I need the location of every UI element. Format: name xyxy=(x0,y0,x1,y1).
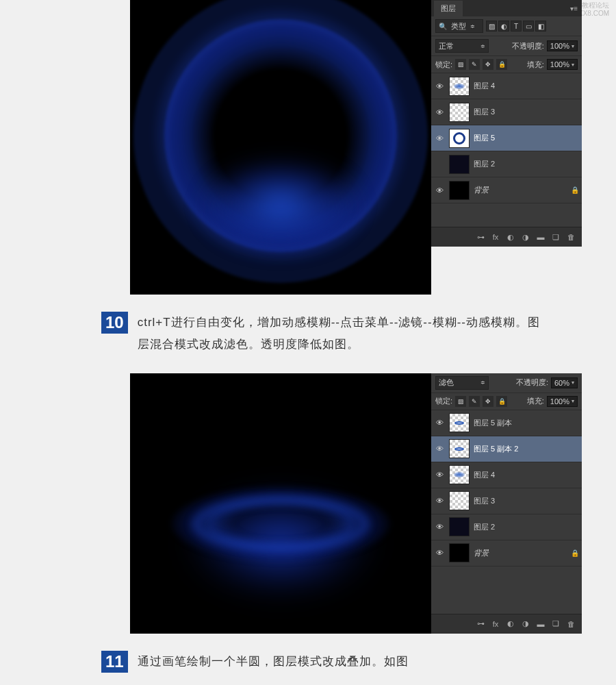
visibility-icon[interactable]: 👁 xyxy=(434,523,445,531)
layer-row[interactable]: 👁 图层 5 xyxy=(431,125,582,151)
lock-position-icon[interactable]: ✥ xyxy=(483,59,493,70)
layer-name[interactable]: 背景 xyxy=(474,185,567,195)
visibility-icon[interactable]: 👁 xyxy=(434,82,445,90)
layers-list-2: 👁 图层 5 副本 👁 图层 5 副本 2 👁 图层 4 xyxy=(431,410,582,566)
fill-input[interactable]: 100%▾ xyxy=(547,396,578,407)
filter-pixel-icon[interactable]: ▨ xyxy=(486,21,497,32)
layers-tab[interactable]: 图层 xyxy=(434,1,463,16)
filter-type-icon[interactable]: T xyxy=(511,21,522,32)
layer-name[interactable]: 图层 5 副本 xyxy=(474,418,579,428)
layer-thumb[interactable] xyxy=(449,77,470,96)
new-layer-icon[interactable]: ❏ xyxy=(550,619,561,630)
visibility-icon[interactable]: 👁 xyxy=(434,549,445,557)
layer-thumb[interactable] xyxy=(449,129,470,148)
panel-footer: ⊶ fx ◐ ◑ ▬ ❏ 🗑 xyxy=(431,614,582,634)
lock-icon: 🔒 xyxy=(571,549,579,557)
canvas-preview-2 xyxy=(130,373,431,634)
visibility-icon[interactable]: 👁 xyxy=(434,419,445,427)
opacity-label: 不透明度: xyxy=(512,41,544,51)
trash-icon[interactable]: 🗑 xyxy=(565,619,576,630)
layer-name[interactable]: 图层 3 xyxy=(474,496,579,506)
fill-label: 填充: xyxy=(527,396,544,406)
visibility-icon[interactable]: 👁 xyxy=(434,445,445,453)
lock-icon: 🔒 xyxy=(571,186,579,194)
layers-panel-2: 滤色 ≑ 不透明度: 60%▾ 锁定: ▨ ✎ ✥ 🔒 填充: 100%▾ xyxy=(431,373,582,634)
layer-name[interactable]: 图层 2 xyxy=(474,159,579,169)
lock-label: 锁定: xyxy=(435,60,452,70)
lock-paint-icon[interactable]: ✎ xyxy=(469,59,480,70)
panel-footer: ⊶ fx ◐ ◑ ▬ ❏ 🗑 xyxy=(431,227,582,247)
layer-row[interactable]: 👁 背景 🔒 xyxy=(431,177,582,203)
lock-all-icon[interactable]: 🔒 xyxy=(496,396,507,407)
link-icon[interactable]: ⊶ xyxy=(475,232,486,242)
lock-transparency-icon[interactable]: ▨ xyxy=(455,396,466,407)
layer-row[interactable]: 👁 背景 🔒 xyxy=(431,540,582,566)
step-number-11: 11 xyxy=(101,651,128,673)
layer-row[interactable]: 👁 图层 3 xyxy=(431,99,582,125)
layer-filter-dropdown[interactable]: 🔍 类型 ≑ xyxy=(435,19,483,33)
lock-transparency-icon[interactable]: ▨ xyxy=(455,59,466,70)
layer-row[interactable]: 👁 图层 5 副本 xyxy=(431,410,582,436)
filter-adjust-icon[interactable]: ◐ xyxy=(498,21,509,32)
blend-mode-dropdown[interactable]: 正常 ≑ xyxy=(435,39,489,53)
layer-name[interactable]: 图层 4 xyxy=(474,470,579,480)
adjustment-icon[interactable]: ◑ xyxy=(520,232,531,242)
fill-label: 填充: xyxy=(527,60,544,70)
layer-thumb[interactable] xyxy=(449,543,470,562)
layer-name[interactable]: 图层 5 xyxy=(474,133,579,143)
link-icon[interactable]: ⊶ xyxy=(475,619,486,630)
opacity-input[interactable]: 100%▾ xyxy=(547,40,578,51)
fill-input[interactable]: 100%▾ xyxy=(547,59,578,70)
fx-icon[interactable]: fx xyxy=(490,619,501,630)
mask-icon[interactable]: ◐ xyxy=(505,232,516,242)
layer-row[interactable]: 👁 图层 5 副本 2 xyxy=(431,436,582,462)
lock-paint-icon[interactable]: ✎ xyxy=(469,396,480,407)
layer-name[interactable]: 背景 xyxy=(474,548,567,558)
layer-thumb[interactable] xyxy=(449,517,470,536)
layer-name[interactable]: 图层 5 副本 2 xyxy=(474,444,579,454)
step-number-10: 10 xyxy=(101,312,128,334)
layer-row[interactable]: 👁 图层 2 xyxy=(431,514,582,540)
visibility-icon[interactable]: 👁 xyxy=(434,497,445,505)
layer-row[interactable]: 👁 图层 4 xyxy=(431,73,582,99)
layer-thumb[interactable] xyxy=(449,103,470,122)
layer-thumb[interactable] xyxy=(449,413,470,432)
trash-icon[interactable]: 🗑 xyxy=(565,232,576,242)
layers-panel-1: 图层 ▾≡ 🔍 类型 ≑ ▨ ◐ T ▭ ◧ xyxy=(431,0,582,247)
panel-menu-icon[interactable]: ▾≡ xyxy=(570,5,578,12)
mask-icon[interactable]: ◐ xyxy=(505,619,516,630)
adjustment-icon[interactable]: ◑ xyxy=(520,619,531,630)
opacity-label: 不透明度: xyxy=(516,377,548,388)
lock-all-icon[interactable]: 🔒 xyxy=(496,59,507,70)
fx-icon[interactable]: fx xyxy=(490,232,501,242)
lock-label: 锁定: xyxy=(435,396,452,406)
layer-thumb[interactable] xyxy=(449,491,470,510)
layer-thumb[interactable] xyxy=(449,181,470,200)
filter-smart-icon[interactable]: ◧ xyxy=(535,21,546,32)
step-text-10: ctrl+T进行自由变化，增加动感模糊--点击菜单--滤镜--模糊--动感模糊。… xyxy=(138,312,548,356)
layer-row[interactable]: 图层 2 xyxy=(431,151,582,177)
layer-name[interactable]: 图层 4 xyxy=(474,81,579,91)
layer-row[interactable]: 👁 图层 3 xyxy=(431,488,582,514)
lock-position-icon[interactable]: ✥ xyxy=(483,396,493,407)
layer-row[interactable]: 👁 图层 4 xyxy=(431,462,582,488)
layer-name[interactable]: 图层 2 xyxy=(474,522,579,532)
visibility-icon[interactable]: 👁 xyxy=(434,471,445,479)
step-text-11: 通过画笔绘制一个半圆，图层模式改成叠加。如图 xyxy=(138,651,409,673)
blend-mode-dropdown[interactable]: 滤色 ≑ xyxy=(435,376,489,390)
layer-name[interactable]: 图层 3 xyxy=(474,107,579,117)
layer-thumb[interactable] xyxy=(449,155,470,174)
layers-list-1: 👁 图层 4 👁 图层 3 👁 图层 5 xyxy=(431,73,582,203)
visibility-icon[interactable]: 👁 xyxy=(434,186,445,195)
visibility-icon[interactable]: 👁 xyxy=(434,108,445,116)
canvas-preview-1 xyxy=(130,0,431,295)
visibility-icon[interactable]: 👁 xyxy=(434,134,445,142)
layer-thumb[interactable] xyxy=(449,439,470,458)
new-layer-icon[interactable]: ❏ xyxy=(550,232,561,242)
group-icon[interactable]: ▬ xyxy=(535,232,546,242)
layer-thumb[interactable] xyxy=(449,465,470,484)
opacity-input[interactable]: 60%▾ xyxy=(551,377,578,388)
group-icon[interactable]: ▬ xyxy=(535,619,546,630)
filter-shape-icon[interactable]: ▭ xyxy=(523,21,534,32)
